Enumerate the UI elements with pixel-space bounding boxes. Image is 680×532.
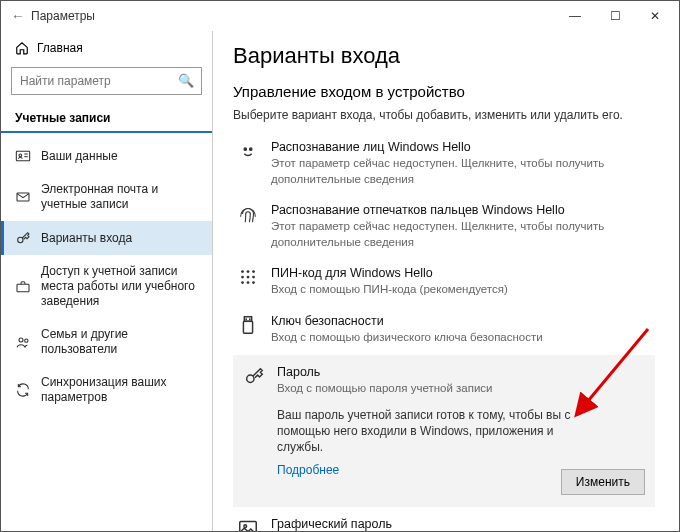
svg-rect-21 — [243, 321, 252, 333]
option-title: ПИН-код для Windows Hello — [271, 266, 508, 280]
sidebar: Главная 🔍 Учетные записи Ваши данные Эле… — [1, 31, 213, 531]
svg-point-15 — [247, 276, 250, 279]
svg-point-10 — [250, 148, 252, 150]
home-label: Главная — [37, 41, 83, 55]
nav-label: Доступ к учетной записи места работы или… — [41, 264, 200, 309]
usb-key-icon — [237, 314, 259, 336]
svg-point-9 — [244, 148, 246, 150]
svg-point-17 — [241, 281, 244, 284]
option-security-key[interactable]: Ключ безопасности Вход с помощью физичес… — [233, 306, 655, 354]
option-title: Пароль — [277, 365, 493, 379]
option-desc: Этот параметр сейчас недоступен. Щелкнит… — [271, 156, 631, 187]
option-picture-password[interactable]: Графический пароль Проведите пальцем и к… — [233, 509, 655, 531]
minimize-button[interactable]: — — [555, 2, 595, 30]
learn-more-link[interactable]: Подробнее — [277, 463, 339, 477]
search-icon: 🔍 — [178, 73, 194, 88]
option-fingerprint[interactable]: Распознавание отпечатков пальцев Windows… — [233, 195, 655, 258]
page-heading: Варианты входа — [233, 43, 655, 69]
option-desc: Вход с помощью ПИН-кода (рекомендуется) — [271, 282, 508, 298]
search-input[interactable] — [11, 67, 202, 95]
fingerprint-icon — [237, 203, 259, 225]
section-subheading: Управление входом в устройство — [233, 83, 655, 100]
sidebar-item-email[interactable]: Электронная почта и учетные записи — [1, 173, 212, 221]
option-desc: Вход с помощью физического ключа безопас… — [271, 330, 543, 346]
svg-point-11 — [241, 270, 244, 273]
sidebar-item-family[interactable]: Семья и другие пользователи — [1, 318, 212, 366]
svg-point-5 — [18, 237, 23, 242]
svg-point-24 — [247, 375, 254, 382]
sync-icon — [15, 382, 31, 398]
people-icon — [15, 334, 31, 350]
option-title: Ключ безопасности — [271, 314, 543, 328]
svg-point-18 — [247, 281, 250, 284]
option-title: Графический пароль — [271, 517, 631, 531]
nav-label: Ваши данные — [41, 149, 118, 164]
briefcase-icon — [15, 279, 31, 295]
sidebar-item-sync[interactable]: Синхронизация ваших параметров — [1, 366, 212, 414]
change-button[interactable]: Изменить — [561, 469, 645, 495]
back-arrow-icon[interactable]: ← — [11, 8, 31, 24]
key-icon — [15, 230, 31, 246]
person-card-icon — [15, 148, 31, 164]
sidebar-item-work-access[interactable]: Доступ к учетной записи места работы или… — [1, 255, 212, 318]
maximize-button[interactable]: ☐ — [595, 2, 635, 30]
category-title: Учетные записи — [1, 105, 212, 133]
close-button[interactable]: ✕ — [635, 2, 675, 30]
option-title: Распознавание отпечатков пальцев Windows… — [271, 203, 631, 217]
settings-window: ← Параметры — ☐ ✕ Главная 🔍 Учетные запи… — [0, 0, 680, 532]
titlebar: ← Параметры — ☐ ✕ — [1, 1, 679, 31]
password-key-icon — [243, 365, 265, 387]
option-desc: Вход с помощью пароля учетной записи — [277, 381, 493, 397]
svg-point-8 — [25, 339, 28, 342]
nav-label: Семья и другие пользователи — [41, 327, 200, 357]
nav-label: Электронная почта и учетные записи — [41, 182, 200, 212]
option-face[interactable]: Распознавание лиц Windows Hello Этот пар… — [233, 132, 655, 195]
option-desc: Этот параметр сейчас недоступен. Щелкнит… — [271, 219, 631, 250]
face-icon — [237, 140, 259, 162]
picture-icon — [237, 517, 259, 531]
sidebar-item-signin-options[interactable]: Варианты входа — [1, 221, 212, 255]
sidebar-item-your-info[interactable]: Ваши данные — [1, 139, 212, 173]
home-link[interactable]: Главная — [1, 37, 212, 63]
option-password-expanded: Пароль Вход с помощью пароля учетной зап… — [233, 355, 655, 507]
window-title: Параметры — [31, 9, 95, 23]
svg-point-7 — [19, 338, 23, 342]
main-content: Варианты входа Управление входом в устро… — [213, 31, 679, 531]
svg-point-16 — [252, 276, 255, 279]
section-hint: Выберите вариант входа, чтобы добавить, … — [233, 108, 655, 122]
password-status-msg: Ваш пароль учетной записи готов к тому, … — [277, 407, 597, 456]
pin-keypad-icon — [237, 266, 259, 288]
option-title: Распознавание лиц Windows Hello — [271, 140, 631, 154]
nav-label: Варианты входа — [41, 231, 132, 246]
nav-label: Синхронизация ваших параметров — [41, 375, 200, 405]
svg-rect-0 — [16, 151, 29, 160]
svg-point-19 — [252, 281, 255, 284]
home-icon — [15, 41, 29, 55]
search-box[interactable]: 🔍 — [11, 67, 202, 95]
mail-icon — [15, 189, 31, 205]
option-pin[interactable]: ПИН-код для Windows Hello Вход с помощью… — [233, 258, 655, 306]
window-controls: — ☐ ✕ — [555, 2, 675, 30]
svg-point-14 — [241, 276, 244, 279]
svg-point-12 — [247, 270, 250, 273]
svg-rect-6 — [17, 284, 29, 291]
svg-point-1 — [19, 154, 22, 157]
svg-rect-4 — [17, 193, 29, 201]
svg-point-13 — [252, 270, 255, 273]
